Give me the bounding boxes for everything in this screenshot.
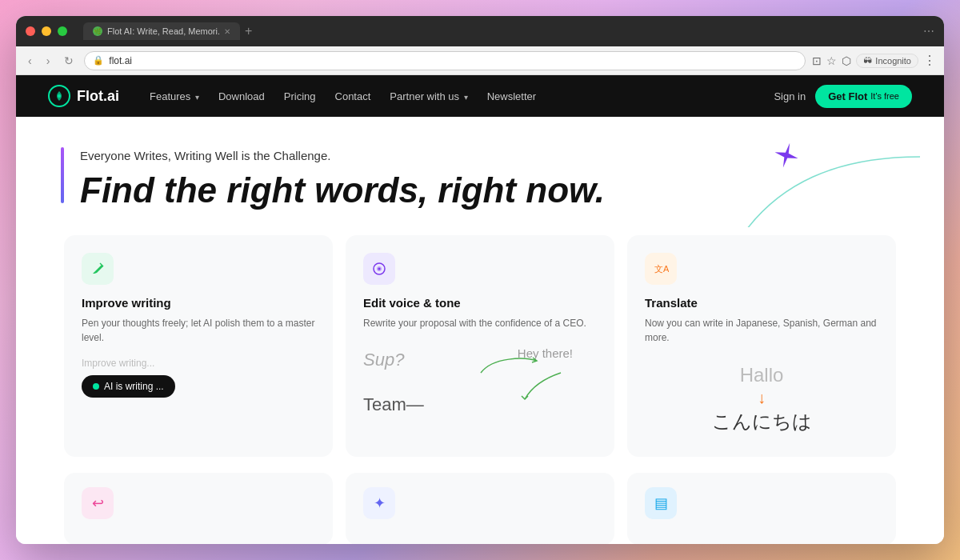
logo-icon xyxy=(48,85,70,107)
card-translate: 文A Translate Now you can write in Japane… xyxy=(627,235,896,457)
nav-features[interactable]: Features ▾ xyxy=(142,89,207,103)
nav-newsletter-link[interactable]: Newsletter xyxy=(479,86,544,107)
browser-titlebar: 🌿 Flot AI: Write, Read, Memori... ✕ + ⋯ xyxy=(16,16,944,46)
bookmark-icon[interactable]: ☆ xyxy=(826,54,837,67)
improve-writing-icon xyxy=(82,253,114,285)
partner-chevron-icon: ▾ xyxy=(464,93,468,102)
card-improve-writing-desc: Pen your thoughts freely; let AI polish … xyxy=(82,316,315,345)
active-tab[interactable]: 🌿 Flot AI: Write, Read, Memori... ✕ xyxy=(83,22,240,40)
svg-point-3 xyxy=(378,267,381,270)
card-improve-writing: Improve writing Pen your thoughts freely… xyxy=(64,235,333,457)
browser-window: 🌿 Flot AI: Write, Read, Memori... ✕ + ⋯ … xyxy=(16,16,944,544)
card-voice-tone: Edit voice & tone Rewrite your proposal … xyxy=(346,235,614,457)
card-bottom-2-icon: ✦ xyxy=(363,487,395,519)
card-bottom-1-icon: ↩ xyxy=(82,487,114,519)
nav-contact[interactable]: Contact xyxy=(327,89,379,103)
features-chevron-icon: ▾ xyxy=(195,93,199,102)
voice-arrow-2 xyxy=(517,369,573,401)
tab-bar: 🌿 Flot AI: Write, Read, Memori... ✕ + xyxy=(83,22,917,40)
card-bottom-3: ▤ xyxy=(627,473,896,544)
svg-text:文A: 文A xyxy=(654,264,669,274)
incognito-icon: 🕶 xyxy=(863,56,872,66)
tab-close-icon[interactable]: ✕ xyxy=(224,27,230,36)
get-flot-label: Get Flot xyxy=(828,90,867,102)
translate-arrow-icon: ↓ xyxy=(645,390,878,406)
browser-toolbar: ‹ › ↻ 🔒 flot.ai ⊡ ☆ ⬡ 🕶 Incognito ⋮ xyxy=(16,46,944,75)
hero-section: Everyone Writes, Writing Well is the Cha… xyxy=(16,117,944,227)
hero-text: Everyone Writes, Writing Well is the Cha… xyxy=(64,149,605,211)
svg-point-0 xyxy=(58,94,61,98)
nav-pricing[interactable]: Pricing xyxy=(276,89,324,103)
card-bottom-1: ↩ xyxy=(64,473,333,544)
nav-contact-link[interactable]: Contact xyxy=(327,86,379,107)
menu-icon[interactable]: ⋮ xyxy=(923,53,936,68)
extensions-icon[interactable]: ⬡ xyxy=(842,54,851,67)
translate-to-word: こんにちは xyxy=(645,409,878,434)
logo[interactable]: Flot.ai xyxy=(48,85,119,107)
maximize-button[interactable] xyxy=(58,26,67,36)
nav-links: Features ▾ Download Pricing Contact Part… xyxy=(142,89,544,103)
card-translate-desc: Now you can write in Japanese, Spanish, … xyxy=(645,316,878,345)
window-controls: ⋯ xyxy=(923,25,934,38)
site-nav: Flot.ai Features ▾ Download Pricing Cont… xyxy=(16,75,944,117)
voice-tone-icon xyxy=(363,253,395,285)
cast-icon: ⊡ xyxy=(812,54,822,67)
hero-accent-line xyxy=(61,147,64,203)
nav-download-link[interactable]: Download xyxy=(210,86,273,107)
card-improve-writing-title: Improve writing xyxy=(82,296,315,310)
forward-button[interactable]: › xyxy=(42,52,54,70)
back-button[interactable]: ‹ xyxy=(24,52,36,70)
get-flot-button[interactable]: Get Flot It's free xyxy=(815,85,912,108)
refresh-button[interactable]: ↻ xyxy=(60,52,78,70)
minimize-button[interactable] xyxy=(42,26,51,36)
feature-cards: Improve writing Pen your thoughts freely… xyxy=(16,227,944,473)
nav-newsletter[interactable]: Newsletter xyxy=(479,89,544,103)
incognito-badge: 🕶 Incognito xyxy=(856,54,918,68)
nav-download[interactable]: Download xyxy=(210,89,273,103)
card-voice-tone-title: Edit voice & tone xyxy=(363,296,597,310)
logo-text: Flot.ai xyxy=(77,88,119,105)
hero-title: Find the right words, right now. xyxy=(80,170,605,211)
translate-icon: 文A xyxy=(645,253,677,285)
page-content: Flot.ai Features ▾ Download Pricing Cont… xyxy=(16,75,944,544)
hero-subtitle: Everyone Writes, Writing Well is the Cha… xyxy=(80,149,605,162)
nav-partner-link[interactable]: Partner with us ▾ xyxy=(382,86,475,107)
card-improve-writing-input-demo: Improve writing... xyxy=(82,358,315,369)
card-bottom-3-icon: ▤ xyxy=(645,487,677,519)
tab-favicon: 🌿 xyxy=(93,26,102,36)
ai-btn-label: AI is writing ... xyxy=(104,381,164,392)
url-text: flot.ai xyxy=(109,55,132,66)
nav-right: Sign in Get Flot It's free xyxy=(774,85,912,108)
card-translate-title: Translate xyxy=(645,296,878,310)
toolbar-actions: ⊡ ☆ ⬡ 🕶 Incognito ⋮ xyxy=(812,53,936,68)
nav-partner[interactable]: Partner with us ▾ xyxy=(382,89,475,103)
close-button[interactable] xyxy=(26,26,35,36)
ai-dot-icon xyxy=(93,383,99,390)
card-voice-tone-desc: Rewrite your proposal with the confidenc… xyxy=(363,316,597,330)
card-bottom-2: ✦ xyxy=(346,473,614,544)
ai-writing-button[interactable]: AI is writing ... xyxy=(82,375,175,398)
incognito-label: Incognito xyxy=(875,56,911,66)
new-tab-button[interactable]: + xyxy=(245,24,252,38)
lock-icon: 🔒 xyxy=(93,55,104,66)
get-flot-sublabel: It's free xyxy=(870,91,899,101)
tab-title: Flot AI: Write, Read, Memori... xyxy=(107,26,219,36)
address-bar[interactable]: 🔒 flot.ai xyxy=(84,51,806,70)
nav-pricing-link[interactable]: Pricing xyxy=(276,86,324,107)
translate-from-word: Hallo xyxy=(645,364,878,386)
nav-features-link[interactable]: Features ▾ xyxy=(142,86,207,107)
signin-link[interactable]: Sign in xyxy=(774,90,806,102)
bottom-cards: ↩ ✦ ▤ xyxy=(16,473,944,544)
